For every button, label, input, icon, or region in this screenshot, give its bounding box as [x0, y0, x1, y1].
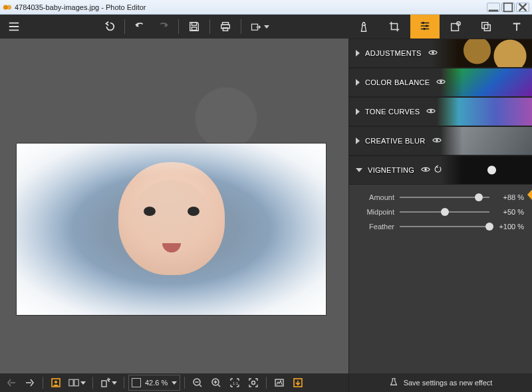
tab-overlay[interactable]	[471, 15, 501, 39]
tab-adjust[interactable]	[410, 15, 440, 39]
slider-amount: Amount +88 %	[357, 190, 524, 205]
visibility-icon[interactable]	[421, 165, 430, 176]
visibility-icon[interactable]	[426, 106, 436, 118]
slider-track-amount[interactable]	[400, 197, 489, 198]
tab-retouch[interactable]	[441, 15, 470, 39]
section-tone-curves[interactable]: TONE CURVES	[349, 97, 532, 126]
svg-point-1	[7, 5, 11, 9]
slider-value: +50 %	[495, 208, 524, 216]
print-button[interactable]	[215, 17, 235, 36]
chevron-down-icon	[80, 381, 86, 385]
redo-button[interactable]	[153, 17, 173, 36]
minimize-button[interactable]	[487, 3, 500, 12]
single-view-button[interactable]	[47, 375, 65, 391]
svg-point-10	[422, 22, 425, 25]
zoom-value: 42.6 %	[145, 379, 168, 387]
zoom-out-button[interactable]	[189, 375, 206, 391]
slider-thumb[interactable]	[485, 223, 493, 231]
slider-midpoint: Midpoint +50 %	[357, 205, 524, 219]
compare-view-button[interactable]	[66, 375, 88, 391]
close-button[interactable]	[516, 3, 529, 12]
zoom-actual-button[interactable]: 1:1	[226, 375, 243, 391]
section-label: TONE CURVES	[365, 108, 420, 116]
svg-rect-2	[489, 9, 498, 11]
slider-label: Amount	[357, 193, 394, 201]
tab-crop[interactable]	[380, 15, 409, 39]
svg-point-17	[432, 51, 434, 54]
visibility-icon[interactable]	[428, 48, 438, 59]
chevron-down-icon	[264, 25, 269, 29]
slider-thumb[interactable]	[441, 208, 449, 216]
canvas-area[interactable]	[0, 39, 348, 373]
zoom-control[interactable]: 42.6 %	[128, 375, 180, 391]
app-icon	[3, 3, 12, 12]
vignette-preview	[17, 144, 326, 315]
chevron-down-icon	[172, 381, 177, 385]
window-title: 4784035-baby-images.jpg - Photo Editor	[15, 3, 487, 11]
zoom-fit-button[interactable]	[245, 375, 262, 391]
window-titlebar: 4784035-baby-images.jpg - Photo Editor	[0, 0, 532, 15]
toolbar-separator	[178, 19, 179, 34]
top-toolbar	[0, 15, 532, 39]
toolbar-separator	[124, 19, 125, 34]
section-color-balance[interactable]: COLOR BALANCE	[349, 68, 532, 97]
section-label: VIGNETTING	[368, 166, 414, 174]
visibility-icon[interactable]	[436, 77, 446, 88]
slider-track-midpoint[interactable]	[400, 211, 489, 213]
canvas-image[interactable]	[17, 144, 326, 315]
svg-rect-25	[74, 379, 78, 386]
svg-point-12	[423, 28, 426, 31]
zoom-in-button[interactable]	[207, 375, 225, 391]
tab-effects[interactable]	[349, 15, 378, 39]
slider-value: +88 %	[495, 193, 524, 201]
svg-rect-8	[223, 28, 227, 31]
collapse-icon	[356, 168, 362, 172]
tab-text[interactable]	[502, 15, 531, 39]
slider-label: Midpoint	[357, 208, 394, 216]
undo-button[interactable]	[130, 17, 150, 36]
bottom-bar: 42.6 % 1:1 Save settings as new effect	[0, 373, 532, 392]
svg-point-20	[436, 139, 438, 142]
expand-icon	[356, 50, 360, 56]
slider-track-feather[interactable]	[400, 226, 489, 227]
svg-point-18	[440, 80, 443, 83]
next-image-button[interactable]	[21, 375, 39, 391]
visibility-icon[interactable]	[432, 136, 442, 147]
svg-rect-26	[102, 381, 106, 387]
section-label: ADJUSTMENTS	[365, 49, 422, 57]
vignetting-controls: Amount +88 % Midpoint +50 % Feather +100…	[349, 185, 532, 241]
undo-all-button[interactable]	[99, 17, 119, 36]
slider-label: Feather	[357, 223, 394, 231]
svg-point-23	[55, 381, 57, 383]
svg-rect-5	[192, 27, 196, 31]
navigator-button[interactable]	[289, 375, 307, 391]
slider-value: +100 %	[495, 223, 524, 231]
svg-rect-24	[69, 379, 73, 386]
fit-screen-icon	[132, 378, 141, 387]
svg-rect-3	[504, 3, 513, 11]
expand-icon	[356, 79, 360, 86]
save-button[interactable]	[184, 17, 204, 36]
reset-icon[interactable]	[433, 165, 442, 176]
svg-point-30	[252, 381, 255, 385]
section-creative-blur[interactable]: CREATIVE BLUR	[349, 126, 532, 155]
svg-text:1:1: 1:1	[233, 381, 239, 385]
save-as-effect-label: Save settings as new effect	[404, 379, 493, 387]
tool-tabs	[348, 15, 532, 39]
menu-button[interactable]	[4, 17, 24, 36]
slider-feather: Feather +100 %	[357, 219, 524, 234]
svg-rect-16	[484, 25, 490, 31]
export-button[interactable]	[247, 17, 273, 36]
histogram-button[interactable]	[271, 375, 288, 391]
slider-thumb[interactable]	[475, 193, 483, 201]
maximize-button[interactable]	[501, 3, 515, 12]
svg-point-21	[424, 168, 427, 171]
section-vignetting[interactable]: VIGNETTING	[349, 155, 532, 185]
rotate-button[interactable]	[97, 375, 120, 391]
section-adjustments[interactable]: ADJUSTMENTS	[349, 39, 532, 68]
chevron-down-icon	[112, 381, 117, 385]
section-label: CREATIVE BLUR	[365, 137, 426, 145]
prev-image-button[interactable]	[3, 375, 20, 391]
save-as-effect-button[interactable]: Save settings as new effect	[348, 373, 532, 392]
expand-icon	[356, 108, 360, 115]
